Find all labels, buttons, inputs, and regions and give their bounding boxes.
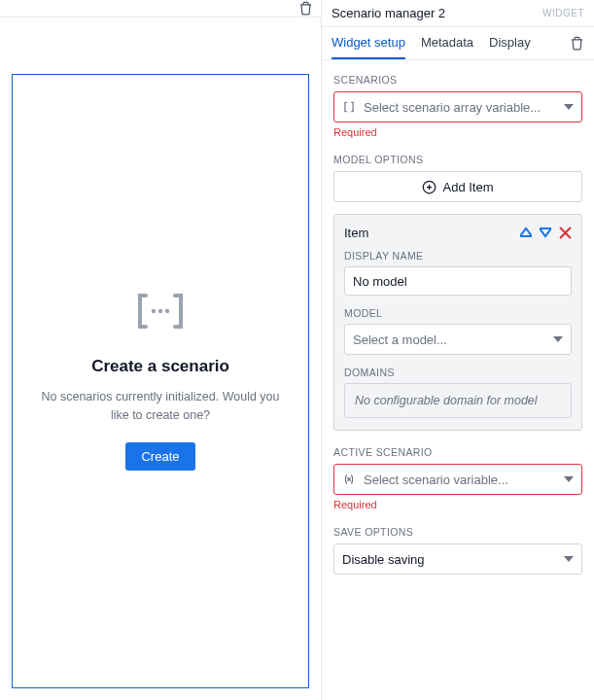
preview-toolbar [0,0,321,18]
trash-icon[interactable] [298,1,313,16]
form-area: SCENARIOS Select scenario array variable… [322,60,594,700]
model-item-card: Item DISPLAY NAME MODEL [333,214,582,431]
domains-subgroup: DOMAINS No configurable domain for model [344,367,572,418]
model-label: MODEL [344,307,572,319]
active-scenario-placeholder: Select scenario variable... [364,472,508,487]
preview-description: No scenarios currently initialized. Woul… [34,388,287,425]
item-actions [520,227,572,239]
save-options-group: SAVE OPTIONS Disable saving [333,526,582,575]
svg-point-1 [158,309,162,313]
add-item-label: Add Item [442,180,493,194]
domains-label: DOMAINS [344,367,572,378]
item-body: DISPLAY NAME MODEL Select a model... [334,250,581,430]
scenarios-required: Required [333,126,582,138]
scenarios-label: SCENARIOS [333,74,582,86]
scenarios-select[interactable]: Select scenario array variable... [333,91,582,122]
widget-badge: WIDGET [542,8,584,18]
preview-title: Create a scenario [91,357,229,376]
preview-box: Create a scenario No scenarios currently… [12,74,309,688]
model-select[interactable]: Select a model... [344,324,572,355]
display-name-input[interactable] [344,266,572,296]
trash-icon[interactable] [570,36,584,51]
caret-down-icon [564,476,574,482]
create-button[interactable]: Create [125,442,194,471]
scenario-placeholder-icon [136,292,185,333]
tab-metadata[interactable]: Metadata [421,27,473,59]
scenarios-placeholder: Select scenario array variable... [364,100,541,115]
caret-down-icon [564,104,574,110]
preview-panel: Create a scenario No scenarios currently… [0,0,322,700]
config-header: Scenario manager 2 WIDGET [322,0,594,27]
active-scenario-group: ACTIVE SCENARIO Select scenario variable… [333,446,582,510]
model-options-label: MODEL OPTIONS [333,154,582,165]
model-subgroup: MODEL Select a model... [344,307,572,355]
tab-display[interactable]: Display [489,27,531,59]
caret-down-icon [553,336,563,342]
plus-circle-icon [422,180,437,194]
item-header: Item [334,215,581,250]
widget-title: Scenario manager 2 [332,6,445,20]
tabs: Widget setup Metadata Display [332,27,531,59]
tab-widget-setup[interactable]: Widget setup [332,27,405,59]
svg-point-2 [165,309,169,313]
domains-empty-message: No configurable domain for model [344,383,572,418]
preview-area: Create a scenario No scenarios currently… [0,18,321,700]
svg-point-0 [152,309,156,313]
caret-down-icon [564,556,574,562]
active-scenario-label: ACTIVE SCENARIO [333,446,582,458]
display-name-label: DISPLAY NAME [344,250,572,262]
config-panel: Scenario manager 2 WIDGET Widget setup M… [322,0,594,700]
item-title: Item [344,226,368,240]
save-options-value: Disable saving [342,552,425,567]
save-options-select[interactable]: Disable saving [333,543,582,575]
display-name-subgroup: DISPLAY NAME [344,250,572,296]
active-scenario-select[interactable]: Select scenario variable... [333,464,582,495]
add-item-button[interactable]: Add Item [333,171,582,202]
model-placeholder: Select a model... [353,332,447,347]
model-options-group: MODEL OPTIONS Add Item Item [333,154,582,431]
tabs-row: Widget setup Metadata Display [322,27,594,60]
remove-item-icon[interactable] [559,227,572,239]
scenarios-group: SCENARIOS Select scenario array variable… [333,74,582,138]
variable-icon [342,472,356,486]
active-scenario-required: Required [333,499,582,510]
move-down-icon[interactable] [540,227,551,238]
array-variable-icon [342,100,356,114]
move-up-icon[interactable] [520,227,532,238]
save-options-label: SAVE OPTIONS [333,526,582,538]
